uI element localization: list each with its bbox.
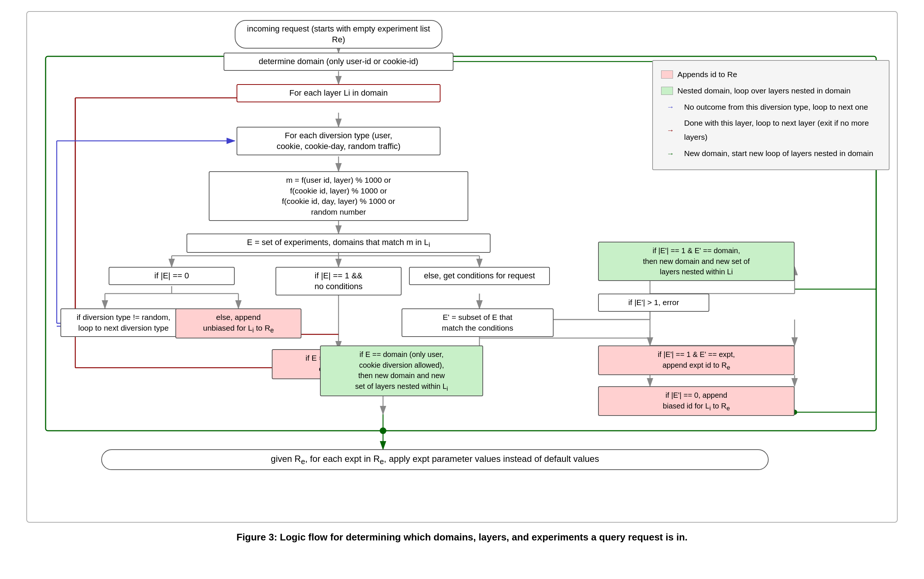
hash-function-box: m = f(user id, layer) % 1000 or f(cookie… — [209, 171, 468, 221]
legend-item-pink: Appends id to Re — [661, 67, 881, 82]
if-e-domain-nested-box: if E == domain (only user,cookie diversi… — [320, 345, 483, 396]
determine-domain-box: determine domain (only user-id or cookie… — [224, 52, 453, 71]
if-e1-0-box: if |E'| == 0, appendbiased id for Li to … — [598, 386, 795, 416]
figure-caption: Figure 3: Logic flow for determining whi… — [237, 532, 688, 543]
if-e-0-box: if |E| == 0 — [109, 267, 235, 285]
e-prime-subset-box: E' = subset of E thatmatch the condition… — [402, 308, 554, 337]
legend-arrow-green: → — [661, 147, 680, 160]
legend-item-green-swatch: Nested domain, loop over layers nested i… — [661, 84, 881, 98]
for-each-layer-box: For each layer Li in domain — [237, 84, 440, 102]
legend-arrow-blue: → — [661, 100, 680, 113]
legend: Appends id to Re Nested domain, loop ove… — [652, 60, 890, 170]
legend-swatch-green — [661, 87, 673, 95]
if-e1-domain-new-box: if |E'| == 1 & E' == domain,then new dom… — [598, 242, 795, 281]
if-diversion-not-random-box: if diversion type != random,loop to next… — [61, 308, 186, 337]
legend-swatch-pink — [661, 70, 673, 79]
legend-text-green-new: New domain, start new loop of layers nes… — [684, 146, 873, 160]
legend-text-darkred: Done with this layer, loop to next layer… — [684, 116, 881, 144]
legend-text-pink: Appends id to Re — [677, 67, 737, 82]
if-e1-1-expt-box: if |E'| == 1 & E' == expt,append expt id… — [598, 345, 795, 375]
else-conditions-box: else, get conditions for request — [409, 267, 550, 285]
if-e1-gt1-box: if |E'| > 1, error — [598, 294, 709, 312]
diagram-container: incoming request (starts with empty expe… — [26, 11, 898, 523]
svg-point-42 — [380, 427, 386, 434]
if-e-1-box: if |E| == 1 &&no conditions — [275, 267, 402, 295]
legend-text-blue: No outcome from this diversion type, loo… — [684, 100, 868, 114]
legend-text-green-nested: Nested domain, loop over layers nested i… — [677, 84, 850, 98]
else-append-unbiased-box: else, appendunbiased for Li to Re — [175, 308, 301, 339]
final-box: given Re, for each expt in Re, apply exp… — [101, 449, 769, 470]
for-each-diversion-box: For each diversion type (user,cookie, co… — [237, 127, 440, 155]
legend-item-blue-arrow: → No outcome from this diversion type, l… — [661, 100, 881, 114]
legend-arrow-darkred: → — [661, 123, 680, 137]
legend-item-green-arrow: → New domain, start new loop of layers n… — [661, 146, 881, 160]
set-e-box: E = set of experiments, domains that mat… — [186, 234, 491, 253]
incoming-request-box: incoming request (starts with empty expe… — [235, 20, 442, 49]
legend-item-darkred-arrow: → Done with this layer, loop to next lay… — [661, 116, 881, 144]
